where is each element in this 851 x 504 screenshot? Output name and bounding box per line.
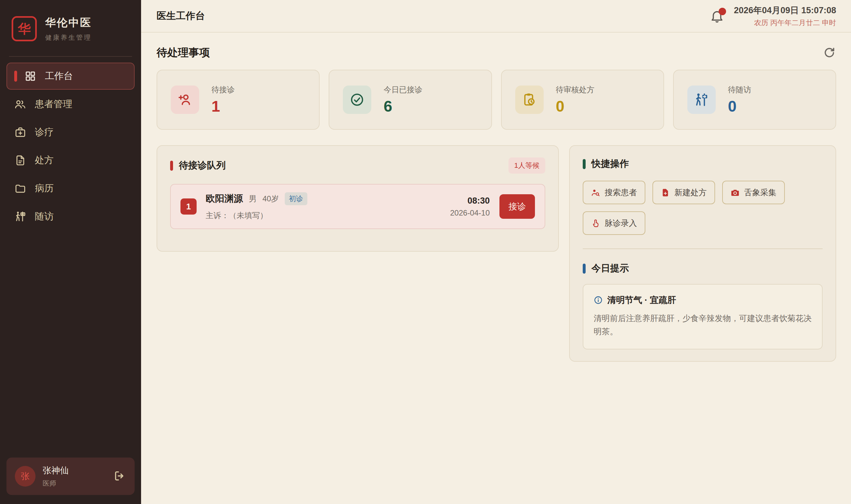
sidebar-item-label: 患者管理	[35, 98, 72, 111]
brand-name: 华伦中医	[45, 16, 92, 30]
sidebar-item-records[interactable]: 病历	[6, 175, 135, 202]
sidebar-item-label: 处方	[35, 154, 54, 167]
prescription-file-icon	[14, 154, 26, 166]
doctor-workbench-app: 华 华伦中医 健康养生管理 工作台	[0, 0, 851, 504]
notification-bell-icon[interactable]	[710, 9, 724, 23]
sidebar-item-label: 工作台	[45, 70, 73, 83]
camera-icon	[731, 188, 740, 197]
user-plus-icon	[171, 86, 199, 114]
medical-kit-icon	[14, 126, 26, 139]
tips-header: 今日提示	[583, 262, 822, 275]
check-circle-icon	[343, 86, 371, 114]
follow-up-sign-icon	[687, 86, 716, 114]
notification-dot	[719, 8, 726, 15]
stat-value: 0	[556, 97, 595, 115]
stat-card-waiting: 待接诊 1	[157, 70, 320, 130]
sidebar-item-workbench[interactable]: 工作台	[6, 62, 135, 90]
topbar: 医生工作台 2026年04月09日 15:07:08 农历 丙午年二月廿二 申时	[141, 0, 851, 33]
sidebar-item-label: 诊疗	[35, 126, 54, 139]
quick-button-label: 新建处方	[674, 187, 707, 198]
sidebar: 华 华伦中医 健康养生管理 工作台	[0, 0, 141, 504]
follow-up-walk-icon	[14, 210, 26, 223]
stat-label: 今日已接诊	[384, 85, 422, 95]
lunar-date: 农历 丙午年二月廿二 申时	[734, 18, 836, 28]
logout-icon[interactable]	[113, 470, 126, 483]
patient-gender: 男	[249, 194, 256, 204]
patients-icon	[14, 98, 26, 110]
queue-number-badge: 1	[180, 198, 197, 215]
patient-age: 40岁	[263, 194, 279, 204]
accept-patient-button[interactable]: 接诊	[499, 194, 535, 219]
quick-actions-grid: 搜索患者 新建处方	[583, 181, 822, 235]
user-card: 张 张神仙 医师	[6, 457, 135, 495]
dashboard-grid-icon	[24, 70, 36, 82]
quick-actions-title: 快捷操作	[591, 158, 629, 170]
stat-label: 待审核处方	[556, 85, 595, 95]
page-title: 医生工作台	[157, 10, 205, 23]
visit-type-badge: 初诊	[285, 192, 307, 205]
refresh-icon[interactable]	[823, 47, 836, 59]
avatar: 张	[15, 466, 36, 487]
stat-label: 待随访	[728, 85, 751, 95]
queue-title: 待接诊队列	[179, 159, 226, 172]
tip-card-title: 清明节气 · 宜疏肝	[607, 294, 676, 306]
records-folder-icon	[14, 182, 26, 195]
tips-title: 今日提示	[591, 262, 629, 275]
appointment-date: 2026-04-10	[450, 209, 490, 217]
section-bar	[583, 159, 586, 169]
patient-name: 欧阳渊源	[206, 192, 243, 205]
queue-item[interactable]: 1 欧阳渊源 男 40岁 初诊 主诉：（未填写） 08:30	[170, 184, 545, 229]
chief-complaint: 主诉：（未填写）	[206, 210, 307, 221]
queue-header: 待接诊队列 1人等候	[170, 158, 545, 174]
sidebar-item-label: 随访	[35, 210, 54, 223]
tongue-capture-button[interactable]: 舌象采集	[722, 181, 785, 204]
info-icon	[594, 295, 603, 305]
stat-card-seen-today: 今日已接诊 6	[329, 70, 492, 130]
tip-card-body: 清明前后注意养肝疏肝，少食辛辣发物，可建议患者饮菊花决明茶。	[594, 312, 812, 338]
stat-card-followup: 待随访 0	[673, 70, 836, 130]
section-bar	[170, 161, 173, 171]
stat-card-row: 待接诊 1 今日已接诊 6	[157, 70, 836, 130]
section-bar	[583, 264, 586, 274]
sidebar-menu: 工作台 患者管理 诊疗	[0, 62, 141, 231]
datetime-block: 2026年04月09日 15:07:08 农历 丙午年二月廿二 申时	[734, 4, 836, 28]
quick-button-label: 舌象采集	[744, 187, 776, 198]
dashboard-row: 待接诊队列 1人等候 1 欧阳渊源 男 40岁 初诊 主诉：（未填	[157, 145, 836, 362]
quick-button-label: 脉诊录入	[605, 218, 637, 229]
section-divider	[583, 249, 822, 249]
active-indicator-bar	[14, 71, 17, 82]
brand-logo: 华	[12, 16, 37, 41]
quick-button-label: 搜索患者	[605, 187, 637, 198]
search-patient-button[interactable]: 搜索患者	[583, 181, 645, 204]
sidebar-item-prescription[interactable]: 处方	[6, 147, 135, 174]
stat-value: 0	[728, 97, 751, 115]
stat-value: 1	[211, 97, 235, 115]
stat-label: 待接诊	[211, 85, 235, 95]
user-role: 医师	[42, 479, 69, 488]
pulse-touch-icon	[591, 219, 600, 228]
stat-card-rx-review: 待审核处方 0	[501, 70, 664, 130]
stat-value: 6	[384, 97, 422, 115]
quick-actions-header: 快捷操作	[583, 158, 822, 170]
main-area: 医生工作台 2026年04月09日 15:07:08 农历 丙午年二月廿二 申时…	[141, 0, 851, 504]
brand-logo-char: 华	[18, 20, 31, 38]
clipboard-clock-icon	[515, 86, 544, 114]
user-name: 张神仙	[42, 465, 69, 476]
datetime: 2026年04月09日 15:07:08	[734, 4, 836, 16]
new-prescription-button[interactable]: 新建处方	[653, 181, 715, 204]
sidebar-item-followup[interactable]: 随访	[6, 203, 135, 230]
todo-section-title: 待处理事项	[157, 46, 210, 60]
sidebar-divider	[9, 56, 132, 57]
topbar-right: 2026年04月09日 15:07:08 农历 丙午年二月廿二 申时	[710, 4, 836, 28]
content: 待处理事项 待接诊 1	[141, 33, 851, 504]
waiting-queue-card: 待接诊队列 1人等候 1 欧阳渊源 男 40岁 初诊 主诉：（未填	[157, 145, 559, 252]
sidebar-item-patients[interactable]: 患者管理	[6, 91, 135, 118]
quick-actions-card: 快捷操作 搜索患者	[569, 145, 836, 362]
sidebar-item-treatment[interactable]: 诊疗	[6, 119, 135, 146]
pulse-entry-button[interactable]: 脉诊录入	[583, 211, 645, 235]
file-plus-icon	[661, 188, 670, 197]
patient-search-icon	[591, 188, 600, 197]
todo-header: 待处理事项	[157, 46, 836, 60]
brand: 华 华伦中医 健康养生管理	[0, 0, 141, 56]
appointment-time: 08:30	[450, 196, 490, 206]
